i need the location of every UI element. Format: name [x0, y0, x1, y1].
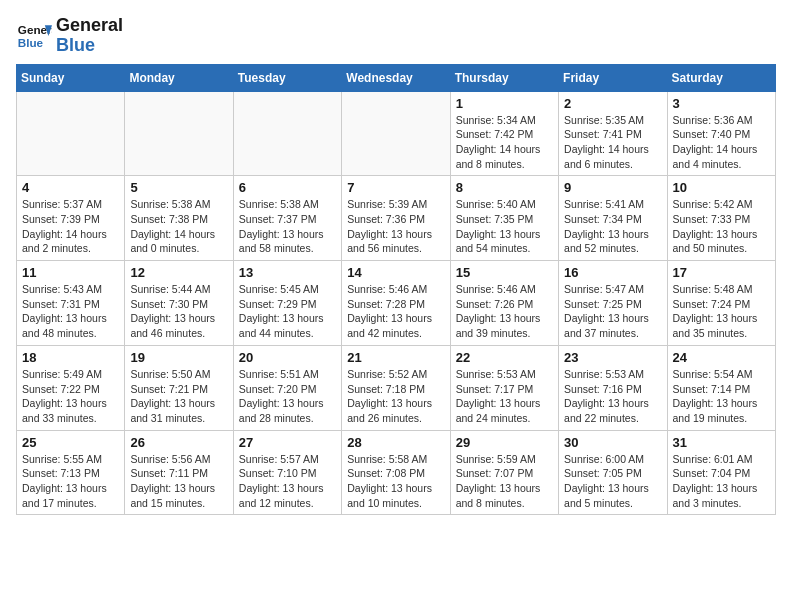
day-cell: 13Sunrise: 5:45 AMSunset: 7:29 PMDayligh…: [233, 261, 341, 346]
day-number: 3: [673, 96, 770, 111]
day-cell: 18Sunrise: 5:49 AMSunset: 7:22 PMDayligh…: [17, 345, 125, 430]
day-info: Sunrise: 5:49 AMSunset: 7:22 PMDaylight:…: [22, 367, 119, 426]
week-row-2: 4Sunrise: 5:37 AMSunset: 7:39 PMDaylight…: [17, 176, 776, 261]
day-info: Sunrise: 5:40 AMSunset: 7:35 PMDaylight:…: [456, 197, 553, 256]
day-info: Sunrise: 5:52 AMSunset: 7:18 PMDaylight:…: [347, 367, 444, 426]
logo-icon: General Blue: [16, 18, 52, 54]
day-number: 11: [22, 265, 119, 280]
day-cell: 21Sunrise: 5:52 AMSunset: 7:18 PMDayligh…: [342, 345, 450, 430]
day-cell: [342, 91, 450, 176]
day-number: 6: [239, 180, 336, 195]
day-number: 23: [564, 350, 661, 365]
day-cell: 22Sunrise: 5:53 AMSunset: 7:17 PMDayligh…: [450, 345, 558, 430]
day-cell: [125, 91, 233, 176]
day-info: Sunrise: 5:51 AMSunset: 7:20 PMDaylight:…: [239, 367, 336, 426]
day-info: Sunrise: 5:48 AMSunset: 7:24 PMDaylight:…: [673, 282, 770, 341]
day-header-monday: Monday: [125, 64, 233, 91]
day-info: Sunrise: 5:57 AMSunset: 7:10 PMDaylight:…: [239, 452, 336, 511]
day-info: Sunrise: 5:41 AMSunset: 7:34 PMDaylight:…: [564, 197, 661, 256]
day-info: Sunrise: 5:53 AMSunset: 7:17 PMDaylight:…: [456, 367, 553, 426]
day-header-thursday: Thursday: [450, 64, 558, 91]
day-info: Sunrise: 5:38 AMSunset: 7:37 PMDaylight:…: [239, 197, 336, 256]
day-cell: 30Sunrise: 6:00 AMSunset: 7:05 PMDayligh…: [559, 430, 667, 515]
week-row-4: 18Sunrise: 5:49 AMSunset: 7:22 PMDayligh…: [17, 345, 776, 430]
day-cell: 9Sunrise: 5:41 AMSunset: 7:34 PMDaylight…: [559, 176, 667, 261]
day-info: Sunrise: 6:01 AMSunset: 7:04 PMDaylight:…: [673, 452, 770, 511]
calendar-header-row: SundayMondayTuesdayWednesdayThursdayFrid…: [17, 64, 776, 91]
day-cell: 1Sunrise: 5:34 AMSunset: 7:42 PMDaylight…: [450, 91, 558, 176]
day-header-sunday: Sunday: [17, 64, 125, 91]
day-info: Sunrise: 5:37 AMSunset: 7:39 PMDaylight:…: [22, 197, 119, 256]
day-number: 8: [456, 180, 553, 195]
day-number: 17: [673, 265, 770, 280]
day-info: Sunrise: 5:55 AMSunset: 7:13 PMDaylight:…: [22, 452, 119, 511]
day-number: 27: [239, 435, 336, 450]
day-info: Sunrise: 5:56 AMSunset: 7:11 PMDaylight:…: [130, 452, 227, 511]
day-number: 22: [456, 350, 553, 365]
day-number: 26: [130, 435, 227, 450]
svg-text:Blue: Blue: [18, 36, 44, 49]
day-info: Sunrise: 6:00 AMSunset: 7:05 PMDaylight:…: [564, 452, 661, 511]
day-cell: 8Sunrise: 5:40 AMSunset: 7:35 PMDaylight…: [450, 176, 558, 261]
day-info: Sunrise: 5:46 AMSunset: 7:26 PMDaylight:…: [456, 282, 553, 341]
day-cell: 3Sunrise: 5:36 AMSunset: 7:40 PMDaylight…: [667, 91, 775, 176]
day-cell: 7Sunrise: 5:39 AMSunset: 7:36 PMDaylight…: [342, 176, 450, 261]
day-cell: [233, 91, 341, 176]
day-number: 12: [130, 265, 227, 280]
logo: General Blue General Blue: [16, 16, 123, 56]
day-header-tuesday: Tuesday: [233, 64, 341, 91]
day-info: Sunrise: 5:39 AMSunset: 7:36 PMDaylight:…: [347, 197, 444, 256]
day-cell: 11Sunrise: 5:43 AMSunset: 7:31 PMDayligh…: [17, 261, 125, 346]
day-cell: 29Sunrise: 5:59 AMSunset: 7:07 PMDayligh…: [450, 430, 558, 515]
day-cell: 2Sunrise: 5:35 AMSunset: 7:41 PMDaylight…: [559, 91, 667, 176]
day-number: 30: [564, 435, 661, 450]
day-info: Sunrise: 5:59 AMSunset: 7:07 PMDaylight:…: [456, 452, 553, 511]
day-cell: 5Sunrise: 5:38 AMSunset: 7:38 PMDaylight…: [125, 176, 233, 261]
day-cell: 27Sunrise: 5:57 AMSunset: 7:10 PMDayligh…: [233, 430, 341, 515]
day-cell: 17Sunrise: 5:48 AMSunset: 7:24 PMDayligh…: [667, 261, 775, 346]
page-header: General Blue General Blue: [16, 16, 776, 56]
day-info: Sunrise: 5:50 AMSunset: 7:21 PMDaylight:…: [130, 367, 227, 426]
week-row-1: 1Sunrise: 5:34 AMSunset: 7:42 PMDaylight…: [17, 91, 776, 176]
day-info: Sunrise: 5:44 AMSunset: 7:30 PMDaylight:…: [130, 282, 227, 341]
week-row-5: 25Sunrise: 5:55 AMSunset: 7:13 PMDayligh…: [17, 430, 776, 515]
day-number: 5: [130, 180, 227, 195]
day-cell: 26Sunrise: 5:56 AMSunset: 7:11 PMDayligh…: [125, 430, 233, 515]
day-cell: 25Sunrise: 5:55 AMSunset: 7:13 PMDayligh…: [17, 430, 125, 515]
logo-text: General Blue: [56, 16, 123, 56]
day-number: 1: [456, 96, 553, 111]
day-number: 15: [456, 265, 553, 280]
day-cell: 24Sunrise: 5:54 AMSunset: 7:14 PMDayligh…: [667, 345, 775, 430]
day-number: 21: [347, 350, 444, 365]
day-number: 9: [564, 180, 661, 195]
week-row-3: 11Sunrise: 5:43 AMSunset: 7:31 PMDayligh…: [17, 261, 776, 346]
day-cell: 16Sunrise: 5:47 AMSunset: 7:25 PMDayligh…: [559, 261, 667, 346]
calendar-table: SundayMondayTuesdayWednesdayThursdayFrid…: [16, 64, 776, 516]
day-number: 16: [564, 265, 661, 280]
day-number: 24: [673, 350, 770, 365]
day-number: 25: [22, 435, 119, 450]
day-info: Sunrise: 5:47 AMSunset: 7:25 PMDaylight:…: [564, 282, 661, 341]
day-cell: 6Sunrise: 5:38 AMSunset: 7:37 PMDaylight…: [233, 176, 341, 261]
day-number: 28: [347, 435, 444, 450]
day-info: Sunrise: 5:34 AMSunset: 7:42 PMDaylight:…: [456, 113, 553, 172]
day-number: 31: [673, 435, 770, 450]
day-cell: 20Sunrise: 5:51 AMSunset: 7:20 PMDayligh…: [233, 345, 341, 430]
day-number: 29: [456, 435, 553, 450]
day-cell: 4Sunrise: 5:37 AMSunset: 7:39 PMDaylight…: [17, 176, 125, 261]
day-info: Sunrise: 5:53 AMSunset: 7:16 PMDaylight:…: [564, 367, 661, 426]
day-header-friday: Friday: [559, 64, 667, 91]
day-number: 14: [347, 265, 444, 280]
day-number: 18: [22, 350, 119, 365]
day-cell: 10Sunrise: 5:42 AMSunset: 7:33 PMDayligh…: [667, 176, 775, 261]
day-number: 10: [673, 180, 770, 195]
day-info: Sunrise: 5:36 AMSunset: 7:40 PMDaylight:…: [673, 113, 770, 172]
day-cell: 23Sunrise: 5:53 AMSunset: 7:16 PMDayligh…: [559, 345, 667, 430]
day-cell: 12Sunrise: 5:44 AMSunset: 7:30 PMDayligh…: [125, 261, 233, 346]
day-info: Sunrise: 5:35 AMSunset: 7:41 PMDaylight:…: [564, 113, 661, 172]
day-header-saturday: Saturday: [667, 64, 775, 91]
day-info: Sunrise: 5:46 AMSunset: 7:28 PMDaylight:…: [347, 282, 444, 341]
day-info: Sunrise: 5:45 AMSunset: 7:29 PMDaylight:…: [239, 282, 336, 341]
day-number: 13: [239, 265, 336, 280]
day-number: 4: [22, 180, 119, 195]
